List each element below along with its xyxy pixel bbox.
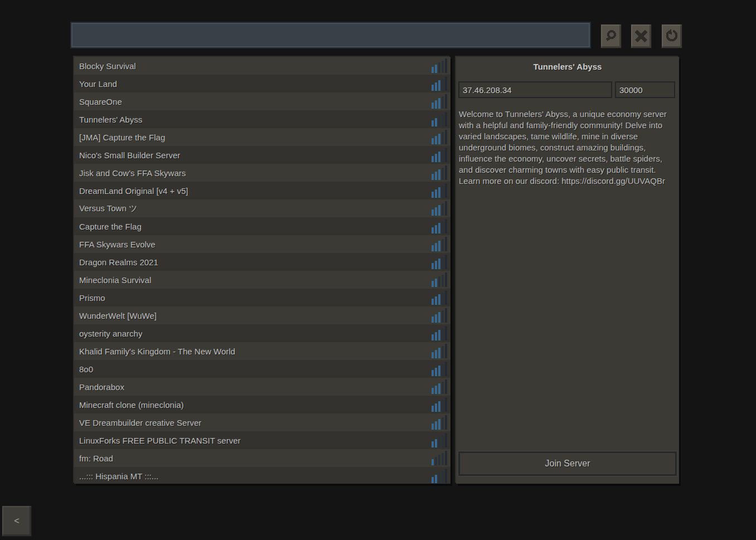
- back-button[interactable]: <: [2, 505, 32, 537]
- search-button[interactable]: [600, 24, 622, 48]
- ping-icon: [430, 451, 447, 465]
- server-list-item[interactable]: FFA Skywars Evolve: [74, 235, 450, 253]
- ping-icon: [430, 397, 447, 412]
- ping-icon: [430, 201, 447, 216]
- server-name: WunderWelt [WuWe]: [79, 311, 157, 320]
- server-list-item[interactable]: SquareOne: [74, 93, 450, 110]
- server-list-item[interactable]: Dragon Realms 2021: [74, 253, 450, 271]
- join-server-button[interactable]: Join Server: [458, 451, 677, 476]
- ping-icon: [430, 469, 447, 483]
- server-name: ...::: Hispania MT :::...: [79, 471, 158, 481]
- server-name: Pandorabox: [79, 382, 124, 392]
- ping-icon: [430, 415, 447, 430]
- server-list-item[interactable]: oysterity anarchy: [74, 324, 450, 342]
- server-list-item[interactable]: Prismo: [74, 289, 450, 307]
- server-name: VE Dreambuilder creative Server: [79, 418, 201, 427]
- server-list-item[interactable]: Jisk and Cow's FFA Skywars: [74, 164, 450, 182]
- ping-icon: [430, 290, 447, 305]
- server-list-item[interactable]: Capture the Flag: [74, 217, 450, 235]
- ping-icon: [430, 326, 447, 340]
- server-name: Tunnelers' Abyss: [79, 115, 142, 124]
- ping-icon: [430, 344, 447, 358]
- server-name: Prismo: [79, 293, 105, 303]
- server-list-item[interactable]: Nico's Small Builder Server: [74, 146, 450, 164]
- server-list-item[interactable]: Pandorabox: [74, 378, 450, 396]
- server-list-item[interactable]: VE Dreambuilder creative Server: [74, 413, 450, 431]
- server-list-item[interactable]: LinuxForks FREE PUBLIC TRANSIT server: [74, 431, 450, 449]
- server-list-item[interactable]: ...::: Hispania MT :::...: [74, 467, 450, 484]
- ping-icon: [430, 362, 447, 376]
- server-name: SquareOne: [79, 97, 122, 106]
- server-title: Tunnelers' Abyss: [456, 62, 679, 71]
- server-name: DreamLand Original [v4 + v5]: [79, 186, 188, 196]
- server-name: Dragon Realms 2021: [79, 257, 158, 267]
- refresh-icon: [665, 29, 679, 43]
- server-list-item[interactable]: Minecraft clone (mineclonia): [74, 396, 450, 413]
- server-detail-panel: Tunnelers' Abyss Welcome to Tunnelers' A…: [456, 57, 679, 484]
- ping-icon: [430, 380, 447, 394]
- ping-icon: [430, 166, 447, 180]
- server-browser-screen: Blocky Survival Your Land SquareOne Tunn…: [0, 0, 756, 540]
- server-list-item[interactable]: 8o0: [74, 360, 450, 378]
- server-name: Your Land: [79, 79, 117, 89]
- server-description: Welcome to Tunnelers' Abyss, a unique ec…: [459, 109, 675, 451]
- address-field[interactable]: [458, 81, 612, 98]
- server-list-panel: Blocky Survival Your Land SquareOne Tunn…: [74, 57, 450, 484]
- ping-icon: [430, 237, 447, 251]
- ping-icon: [430, 273, 447, 287]
- server-list-item[interactable]: [JMA] Capture the Flag: [74, 128, 450, 146]
- server-list-item[interactable]: Khalid Family's Kingdom - The New World: [74, 342, 450, 360]
- ping-icon: [430, 255, 447, 269]
- server-name: FFA Skywars Evolve: [79, 240, 156, 249]
- server-list-item[interactable]: Blocky Survival: [74, 57, 450, 75]
- ping-icon: [430, 59, 447, 73]
- server-name: Versus Town ツ: [79, 203, 137, 214]
- ping-icon: [430, 94, 447, 109]
- server-name: Nico's Small Builder Server: [79, 150, 180, 160]
- port-field[interactable]: [615, 81, 675, 98]
- clear-search-button[interactable]: [631, 24, 652, 48]
- server-name: fm: Road: [79, 454, 113, 463]
- server-list: Blocky Survival Your Land SquareOne Tunn…: [74, 57, 450, 484]
- server-list-item[interactable]: WunderWelt [WuWe]: [74, 307, 450, 324]
- ping-icon: [430, 183, 447, 198]
- ping-icon: [430, 112, 447, 127]
- close-icon: [634, 29, 648, 43]
- server-list-item[interactable]: Tunnelers' Abyss: [74, 110, 450, 128]
- search-input[interactable]: [71, 23, 590, 47]
- server-list-item[interactable]: Versus Town ツ: [74, 200, 450, 217]
- server-name: oysterity anarchy: [79, 329, 142, 338]
- server-name: Minecraft clone (mineclonia): [79, 400, 184, 410]
- server-name: Mineclonia Survival: [79, 275, 151, 285]
- server-name: LinuxForks FREE PUBLIC TRANSIT server: [79, 436, 241, 445]
- ping-icon: [430, 130, 447, 144]
- server-list-item[interactable]: fm: Road: [74, 449, 450, 467]
- ping-icon: [430, 148, 447, 162]
- ping-icon: [430, 76, 447, 91]
- address-fields: [456, 81, 679, 106]
- server-list-item[interactable]: Mineclonia Survival: [74, 271, 450, 289]
- ping-icon: [430, 308, 447, 323]
- refresh-button[interactable]: [661, 24, 682, 48]
- server-list-item[interactable]: Your Land: [74, 75, 450, 93]
- search-icon: [604, 29, 618, 43]
- server-name: Jisk and Cow's FFA Skywars: [79, 168, 186, 178]
- ping-icon: [430, 219, 447, 233]
- server-name: Capture the Flag: [79, 222, 142, 231]
- server-name: Khalid Family's Kingdom - The New World: [79, 347, 235, 356]
- server-list-item[interactable]: DreamLand Original [v4 + v5]: [74, 182, 450, 200]
- server-name: Blocky Survival: [79, 61, 136, 71]
- server-name: 8o0: [79, 364, 93, 374]
- server-name: [JMA] Capture the Flag: [79, 133, 165, 142]
- ping-icon: [430, 433, 447, 447]
